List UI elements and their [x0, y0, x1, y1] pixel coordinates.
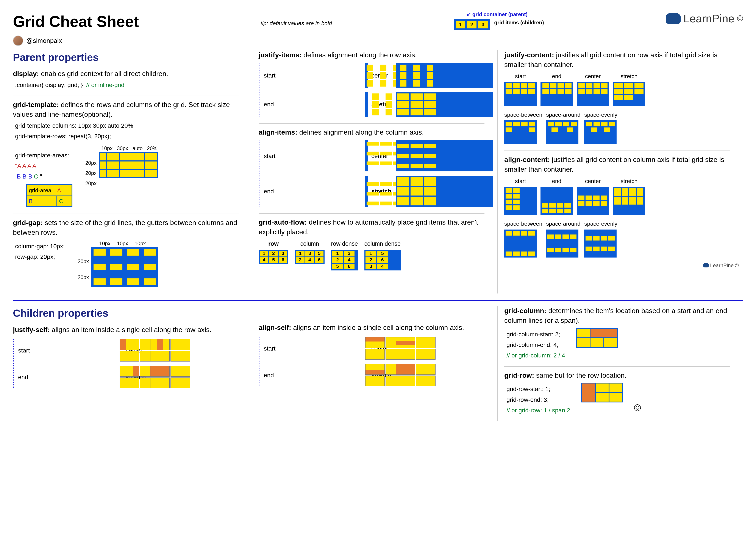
align-self-section: align-self: aligns an item inside a sing… — [258, 323, 493, 386]
align-items-section: align-items: defines alignment along the… — [258, 127, 493, 207]
small-brand-logo: LearnPine © — [504, 262, 739, 269]
grid-gap-section: grid-gap: sets the size of the grid line… — [13, 218, 247, 287]
grid-area-demo: grid-area: A B C — [26, 184, 72, 207]
children-col-1: Children properties justify-self: aligns… — [13, 306, 252, 421]
author-handle: @simonpaix — [26, 36, 62, 45]
children-col-2: align-self: aligns an item inside a sing… — [258, 306, 498, 421]
avatar — [13, 36, 23, 46]
parent-heading: Parent properties — [13, 50, 247, 64]
brand-logo: LearnPine © — [666, 11, 743, 26]
align-content-section: align-content: justifies all grid conten… — [504, 155, 739, 257]
parent-col-1: Parent properties display: enables grid … — [13, 50, 252, 294]
pine-icon — [666, 13, 681, 24]
justify-content-section: justify-content: justifies all grid cont… — [504, 50, 739, 144]
display-section: display: enables grid context for all di… — [13, 69, 247, 89]
header: Grid Cheat Sheet @simonpaix tip: default… — [13, 11, 743, 46]
grid-row-section: grid-row: same but for the row location.… — [504, 370, 739, 415]
grid-column-section: grid-column: determines the item's locat… — [504, 306, 739, 360]
justify-self-section: justify-self: aligns an item inside a si… — [13, 325, 247, 389]
grid-row-diagram — [581, 383, 623, 402]
page-title: Grid Cheat Sheet — [13, 11, 139, 33]
pine-icon — [703, 263, 709, 267]
author-block: @simonpaix — [13, 36, 139, 46]
legend-grid: 1 2 3 — [454, 19, 490, 30]
gap-grid-diagram — [92, 247, 158, 287]
section-divider — [13, 300, 743, 301]
grid-column-diagram — [576, 328, 618, 348]
legend-container-label: ↙ grid container (parent) — [467, 11, 527, 18]
grid-auto-flow-section: grid-auto-flow: defines how to automatic… — [258, 217, 493, 270]
grid-template-section: grid-template: defines the rows and colu… — [13, 100, 247, 207]
children-heading: Children properties — [13, 306, 247, 320]
legend-items-label: grid items (children) — [494, 19, 544, 26]
copyright-mark: © — [634, 401, 641, 415]
template-grid-diagram — [99, 152, 158, 178]
parent-col-2: justify-items: defines alignment along t… — [258, 50, 498, 294]
legend: ↙ grid container (parent) 1 2 3 grid ite… — [454, 11, 544, 30]
tip-text: tip: default values are in bold — [260, 19, 332, 27]
parent-col-3: justify-content: justifies all grid cont… — [504, 50, 743, 294]
justify-items-section: justify-items: defines alignment along t… — [258, 50, 493, 117]
children-col-3: grid-column: determines the item's locat… — [504, 306, 743, 421]
